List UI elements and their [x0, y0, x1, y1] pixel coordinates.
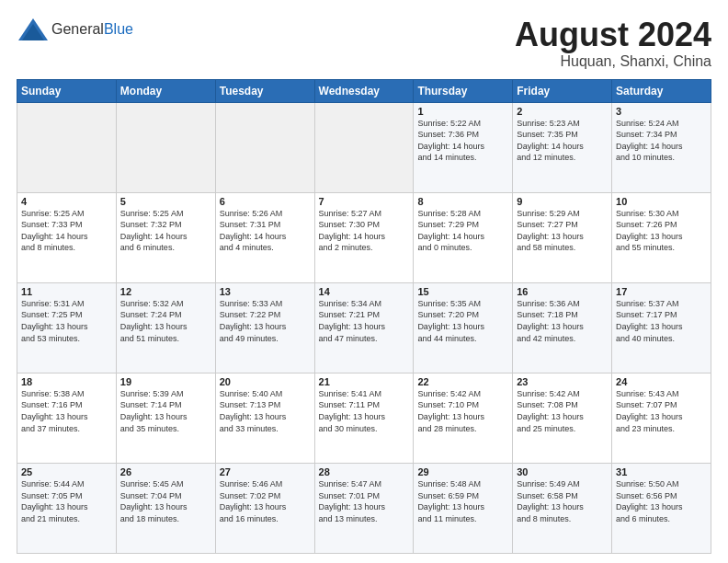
day-info: Sunrise: 5:36 AM Sunset: 7:18 PM Dayligh… — [517, 298, 608, 344]
calendar-cell: 16Sunrise: 5:36 AM Sunset: 7:18 PM Dayli… — [513, 282, 612, 373]
calendar-cell: 25Sunrise: 5:44 AM Sunset: 7:05 PM Dayli… — [17, 463, 117, 553]
day-info: Sunrise: 5:25 AM Sunset: 7:33 PM Dayligh… — [21, 208, 112, 254]
logo-text: GeneralBlue — [51, 21, 133, 38]
calendar-cell: 21Sunrise: 5:41 AM Sunset: 7:11 PM Dayli… — [314, 373, 414, 463]
day-info: Sunrise: 5:33 AM Sunset: 7:22 PM Dayligh… — [220, 298, 311, 344]
calendar-cell — [116, 102, 215, 192]
calendar-cell: 28Sunrise: 5:47 AM Sunset: 7:01 PM Dayli… — [314, 463, 414, 553]
day-number: 12 — [120, 286, 211, 297]
day-info: Sunrise: 5:47 AM Sunset: 7:01 PM Dayligh… — [319, 478, 410, 524]
col-thursday: Thursday — [414, 79, 513, 102]
calendar-title: August 2024 — [515, 17, 711, 53]
calendar-table: Sunday Monday Tuesday Wednesday Thursday… — [17, 79, 711, 554]
day-info: Sunrise: 5:23 AM Sunset: 7:35 PM Dayligh… — [517, 118, 608, 164]
day-info: Sunrise: 5:43 AM Sunset: 7:07 PM Dayligh… — [616, 388, 707, 434]
day-number: 13 — [220, 286, 311, 297]
day-info: Sunrise: 5:25 AM Sunset: 7:32 PM Dayligh… — [120, 208, 211, 254]
calendar-week-1: 1Sunrise: 5:22 AM Sunset: 7:36 PM Daylig… — [17, 102, 711, 192]
col-sunday: Sunday — [17, 79, 117, 102]
calendar-week-5: 25Sunrise: 5:44 AM Sunset: 7:05 PM Dayli… — [17, 463, 711, 553]
logo-general: General — [51, 21, 104, 37]
calendar-cell: 9Sunrise: 5:29 AM Sunset: 7:27 PM Daylig… — [513, 192, 612, 282]
day-number: 8 — [417, 196, 508, 207]
day-info: Sunrise: 5:30 AM Sunset: 7:26 PM Dayligh… — [616, 208, 707, 254]
day-info: Sunrise: 5:22 AM Sunset: 7:36 PM Dayligh… — [417, 118, 508, 164]
header-row: Sunday Monday Tuesday Wednesday Thursday… — [17, 79, 711, 102]
calendar-cell: 5Sunrise: 5:25 AM Sunset: 7:32 PM Daylig… — [116, 192, 215, 282]
day-info: Sunrise: 5:46 AM Sunset: 7:02 PM Dayligh… — [220, 478, 311, 524]
day-info: Sunrise: 5:35 AM Sunset: 7:20 PM Dayligh… — [417, 298, 508, 344]
calendar-cell: 13Sunrise: 5:33 AM Sunset: 7:22 PM Dayli… — [215, 282, 314, 373]
day-info: Sunrise: 5:29 AM Sunset: 7:27 PM Dayligh… — [517, 208, 608, 254]
calendar-cell: 10Sunrise: 5:30 AM Sunset: 7:26 PM Dayli… — [612, 192, 711, 282]
calendar-cell: 15Sunrise: 5:35 AM Sunset: 7:20 PM Dayli… — [414, 282, 513, 373]
day-number: 26 — [120, 466, 211, 477]
col-tuesday: Tuesday — [215, 79, 314, 102]
day-number: 4 — [21, 196, 112, 207]
day-info: Sunrise: 5:24 AM Sunset: 7:34 PM Dayligh… — [616, 118, 707, 164]
day-number: 17 — [616, 286, 707, 297]
day-info: Sunrise: 5:42 AM Sunset: 7:08 PM Dayligh… — [517, 388, 608, 434]
calendar-cell: 6Sunrise: 5:26 AM Sunset: 7:31 PM Daylig… — [215, 192, 314, 282]
day-info: Sunrise: 5:50 AM Sunset: 6:56 PM Dayligh… — [616, 478, 707, 524]
day-number: 3 — [616, 106, 707, 117]
day-number: 5 — [120, 196, 211, 207]
day-number: 2 — [517, 106, 608, 117]
calendar-cell: 4Sunrise: 5:25 AM Sunset: 7:33 PM Daylig… — [17, 192, 117, 282]
calendar-cell — [17, 102, 117, 192]
day-info: Sunrise: 5:40 AM Sunset: 7:13 PM Dayligh… — [220, 388, 311, 434]
title-block: August 2024 Huquan, Shanxi, China — [515, 17, 711, 70]
day-info: Sunrise: 5:38 AM Sunset: 7:16 PM Dayligh… — [21, 388, 112, 434]
calendar-cell: 14Sunrise: 5:34 AM Sunset: 7:21 PM Dayli… — [314, 282, 414, 373]
calendar-cell: 20Sunrise: 5:40 AM Sunset: 7:13 PM Dayli… — [215, 373, 314, 463]
calendar-cell: 17Sunrise: 5:37 AM Sunset: 7:17 PM Dayli… — [612, 282, 711, 373]
day-info: Sunrise: 5:41 AM Sunset: 7:11 PM Dayligh… — [319, 388, 410, 434]
day-number: 9 — [517, 196, 608, 207]
calendar-cell: 12Sunrise: 5:32 AM Sunset: 7:24 PM Dayli… — [116, 282, 215, 373]
header: GeneralBlue August 2024 Huquan, Shanxi, … — [17, 17, 711, 70]
day-number: 10 — [616, 196, 707, 207]
calendar-cell — [215, 102, 314, 192]
day-info: Sunrise: 5:28 AM Sunset: 7:29 PM Dayligh… — [417, 208, 508, 254]
day-number: 18 — [21, 376, 112, 387]
calendar-cell — [314, 102, 414, 192]
calendar-cell: 8Sunrise: 5:28 AM Sunset: 7:29 PM Daylig… — [414, 192, 513, 282]
col-friday: Friday — [513, 79, 612, 102]
day-number: 7 — [319, 196, 410, 207]
day-number: 15 — [417, 286, 508, 297]
day-number: 29 — [417, 466, 508, 477]
day-number: 11 — [21, 286, 112, 297]
day-number: 27 — [220, 466, 311, 477]
day-number: 23 — [517, 376, 608, 387]
day-info: Sunrise: 5:39 AM Sunset: 7:14 PM Dayligh… — [120, 388, 211, 434]
day-number: 24 — [616, 376, 707, 387]
calendar-cell: 30Sunrise: 5:49 AM Sunset: 6:58 PM Dayli… — [513, 463, 612, 553]
day-info: Sunrise: 5:34 AM Sunset: 7:21 PM Dayligh… — [319, 298, 410, 344]
calendar-cell: 22Sunrise: 5:42 AM Sunset: 7:10 PM Dayli… — [414, 373, 513, 463]
calendar-week-4: 18Sunrise: 5:38 AM Sunset: 7:16 PM Dayli… — [17, 373, 711, 463]
page: GeneralBlue August 2024 Huquan, Shanxi, … — [0, 0, 728, 563]
col-monday: Monday — [116, 79, 215, 102]
day-number: 31 — [616, 466, 707, 477]
calendar-week-3: 11Sunrise: 5:31 AM Sunset: 7:25 PM Dayli… — [17, 282, 711, 373]
day-number: 22 — [417, 376, 508, 387]
day-number: 21 — [319, 376, 410, 387]
calendar-cell: 19Sunrise: 5:39 AM Sunset: 7:14 PM Dayli… — [116, 373, 215, 463]
calendar-cell: 24Sunrise: 5:43 AM Sunset: 7:07 PM Dayli… — [612, 373, 711, 463]
day-number: 14 — [319, 286, 410, 297]
calendar-cell: 31Sunrise: 5:50 AM Sunset: 6:56 PM Dayli… — [612, 463, 711, 553]
calendar-cell: 7Sunrise: 5:27 AM Sunset: 7:30 PM Daylig… — [314, 192, 414, 282]
day-info: Sunrise: 5:27 AM Sunset: 7:30 PM Dayligh… — [319, 208, 410, 254]
calendar-subtitle: Huquan, Shanxi, China — [515, 53, 711, 70]
day-number: 28 — [319, 466, 410, 477]
day-number: 16 — [517, 286, 608, 297]
day-info: Sunrise: 5:44 AM Sunset: 7:05 PM Dayligh… — [21, 478, 112, 524]
calendar-header: Sunday Monday Tuesday Wednesday Thursday… — [17, 79, 711, 102]
day-info: Sunrise: 5:26 AM Sunset: 7:31 PM Dayligh… — [220, 208, 311, 254]
calendar-cell: 11Sunrise: 5:31 AM Sunset: 7:25 PM Dayli… — [17, 282, 117, 373]
calendar-cell: 27Sunrise: 5:46 AM Sunset: 7:02 PM Dayli… — [215, 463, 314, 553]
day-info: Sunrise: 5:48 AM Sunset: 6:59 PM Dayligh… — [417, 478, 508, 524]
day-number: 25 — [21, 466, 112, 477]
logo-blue: Blue — [104, 21, 133, 37]
day-number: 6 — [220, 196, 311, 207]
